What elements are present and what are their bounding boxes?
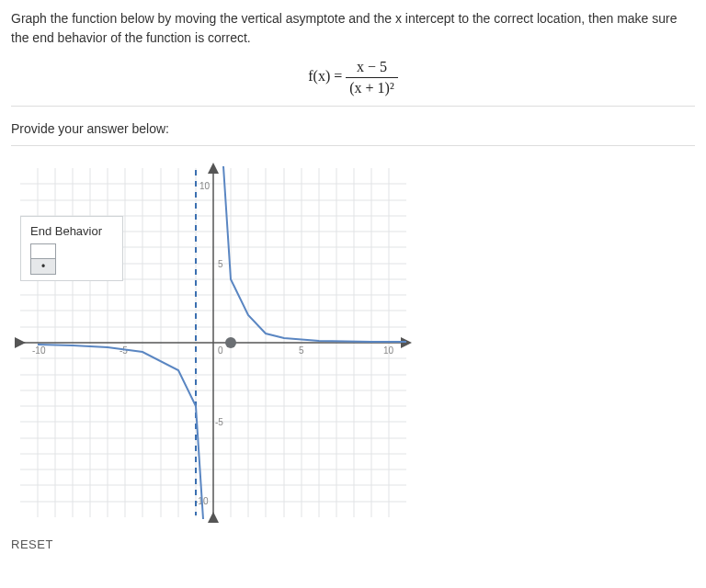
graph-area[interactable]: -10 -5 0 5 10 10 5 -5 -10 End Behavior: [11, 159, 416, 526]
svg-text:-10: -10: [32, 345, 46, 356]
end-behavior-option-up[interactable]: [31, 244, 55, 259]
reset-button[interactable]: RESET: [11, 537, 695, 551]
x-intercept-point[interactable]: [225, 337, 236, 348]
end-behavior-title: End Behavior: [30, 224, 113, 238]
instructions-text: Graph the function below by moving the v…: [11, 9, 695, 48]
svg-text:5: 5: [218, 259, 223, 269]
end-behavior-panel: End Behavior •: [20, 216, 123, 281]
svg-text:10: 10: [383, 345, 394, 356]
end-behavior-toggle[interactable]: •: [30, 243, 56, 275]
svg-text:0: 0: [218, 345, 223, 356]
svg-text:-5: -5: [215, 417, 223, 427]
equation-fraction: x − 5 (x + 1)²: [346, 59, 397, 96]
curve-right: [223, 166, 406, 342]
equation-numerator: x − 5: [346, 59, 397, 78]
equation-denominator: (x + 1)²: [346, 78, 397, 96]
svg-text:5: 5: [299, 345, 304, 356]
answer-prompt: Provide your answer below:: [11, 116, 695, 146]
equation-lhs: f(x) =: [308, 68, 346, 84]
end-behavior-option-down[interactable]: •: [31, 259, 55, 274]
svg-text:10: 10: [199, 181, 211, 191]
graph-svg: -10 -5 0 5 10 10 5 -5 -10: [11, 159, 416, 526]
equation: f(x) = x − 5 (x + 1)²: [11, 53, 695, 107]
